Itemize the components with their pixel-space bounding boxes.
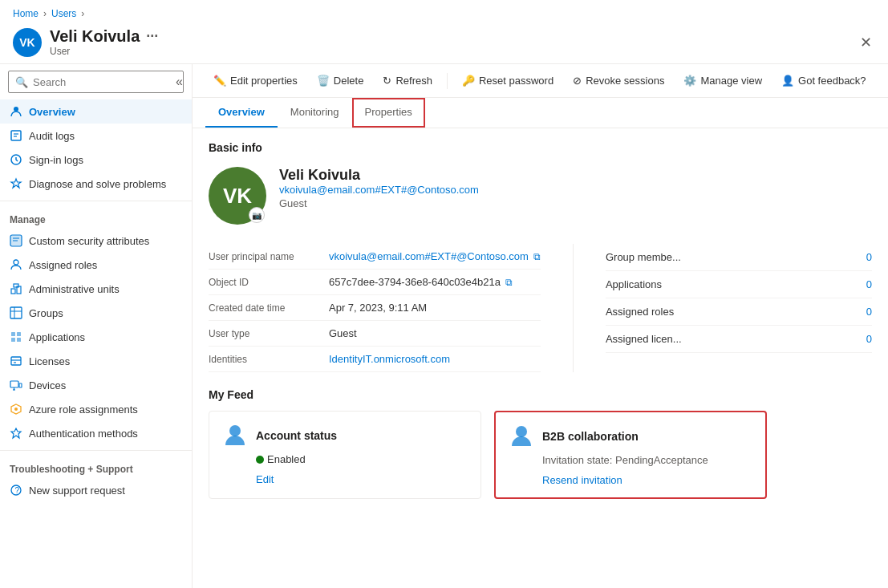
upn-label: User principal name <box>209 251 321 262</box>
upn-link[interactable]: vkoivula@email.com#EXT#@Contoso.com <box>329 250 529 262</box>
apps-stat-value[interactable]: 0 <box>866 278 872 290</box>
sidebar-item-diagnose[interactable]: Diagnose and solve problems <box>0 172 192 196</box>
b2b-subtitle: Invitation state: PendingAcceptance <box>542 454 752 466</box>
collapse-icon[interactable]: « <box>172 75 186 89</box>
tab-monitoring[interactable]: Monitoring <box>278 98 352 128</box>
created-value: Apr 7, 2023, 9:11 AM <box>329 302 427 314</box>
upn-row: User principal name vkoivula@email.com#E… <box>209 244 541 270</box>
delete-icon: 🗑️ <box>317 75 330 87</box>
user-name: Veli Koivula ··· <box>50 27 857 46</box>
licenses-icon <box>10 355 22 367</box>
search-input[interactable] <box>33 76 168 88</box>
licenses-stat-row: Assigned licen... 0 <box>606 326 872 353</box>
groups-icon <box>10 306 22 319</box>
close-button[interactable]: ✕ <box>857 30 875 55</box>
sidebar-item-assigned-roles[interactable]: Assigned roles <box>0 253 192 277</box>
assigned-roles-icon <box>10 258 22 271</box>
sidebar-item-label: Authentication methods <box>29 428 138 440</box>
manage-icon: ⚙️ <box>683 75 696 87</box>
refresh-button[interactable]: ↻ Refresh <box>375 71 440 91</box>
sidebar-item-groups[interactable]: Groups <box>0 301 192 325</box>
b2b-card: B2B collaboration Invitation state: Pend… <box>494 411 767 499</box>
upn-copy-icon[interactable]: ⧉ <box>533 251 541 262</box>
svg-rect-20 <box>11 357 21 365</box>
feedback-button[interactable]: 👤 Got feedback? <box>773 71 874 91</box>
admin-units-icon <box>10 282 22 295</box>
toolbar-separator-1 <box>447 73 448 89</box>
sidebar-item-auth-methods[interactable]: Authentication methods <box>0 421 192 445</box>
group-stat-label: Group membe... <box>606 251 681 263</box>
tab-overview[interactable]: Overview <box>205 98 278 128</box>
account-status-header: Account status <box>222 423 468 448</box>
applications-icon <box>10 330 22 343</box>
revoke-sessions-button[interactable]: ⊘ Revoke sessions <box>565 71 672 91</box>
tabs-container: Overview Monitoring Properties <box>193 98 888 128</box>
svg-point-31 <box>229 425 241 436</box>
sidebar-item-support[interactable]: ? New support request <box>0 478 192 502</box>
reset-password-button[interactable]: 🔑 Reset password <box>454 71 562 91</box>
sidebar-item-applications[interactable]: Applications <box>0 325 192 349</box>
main-content: ✏️ Edit properties 🗑️ Delete ↻ Refresh 🔑… <box>193 64 888 588</box>
breadcrumb-users[interactable]: Users <box>51 8 76 19</box>
account-status-icon <box>222 423 248 448</box>
sidebar-item-label: Devices <box>29 379 66 391</box>
sidebar-divider-2 <box>0 450 192 451</box>
revoke-icon: ⊘ <box>573 75 582 87</box>
created-row: Created date time Apr 7, 2023, 9:11 AM <box>209 295 541 321</box>
tab-properties[interactable]: Properties <box>352 98 425 128</box>
edit-properties-button[interactable]: ✏️ Edit properties <box>205 71 306 91</box>
delete-button[interactable]: 🗑️ Delete <box>309 71 372 91</box>
troubleshoot-section-label: Troubleshooting + Support <box>0 456 192 478</box>
sidebar-item-label: Applications <box>29 331 85 343</box>
resend-invitation-link[interactable]: Resend invitation <box>542 474 752 486</box>
roles-stat-row: Assigned roles 0 <box>606 298 872 326</box>
group-stat-value[interactable]: 0 <box>866 251 872 263</box>
usertype-value: Guest <box>329 327 357 339</box>
svg-rect-23 <box>10 381 18 387</box>
b2b-icon <box>509 424 534 449</box>
sidebar-item-overview[interactable]: Overview <box>0 99 192 124</box>
edit-label: Edit properties <box>230 75 298 87</box>
roles-stat-value[interactable]: 0 <box>866 306 872 318</box>
identities-link[interactable]: IdentityIT.onmicrosoft.com <box>329 353 450 365</box>
account-status-title: Account status <box>256 429 337 442</box>
sidebar-item-audit[interactable]: Audit logs <box>0 124 192 148</box>
sidebar-item-label: Licenses <box>29 355 70 367</box>
svg-rect-10 <box>11 289 15 294</box>
page-header: VK Veli Koivula ··· User ✕ <box>0 24 888 64</box>
account-edit-link[interactable]: Edit <box>256 473 468 485</box>
sidebar-item-admin-units[interactable]: Administrative units <box>0 277 192 301</box>
sidebar-item-custom-security[interactable]: Custom security attributes <box>0 229 192 253</box>
sidebar-item-azure-roles[interactable]: Azure role assignments <box>0 397 192 421</box>
b2b-header: B2B collaboration <box>509 424 752 449</box>
manage-view-button[interactable]: ⚙️ Manage view <box>675 71 770 91</box>
sidebar-item-devices[interactable]: Devices <box>0 373 192 397</box>
sidebar-item-label: New support request <box>29 485 125 497</box>
profile-email[interactable]: vkoivula@email.com#EXT#@Contoso.com <box>279 184 479 196</box>
diagnose-icon <box>10 177 22 190</box>
avatar-camera-button[interactable]: 📷 <box>249 207 265 223</box>
licenses-stat-value[interactable]: 0 <box>866 333 872 345</box>
my-feed-title: My Feed <box>209 388 872 401</box>
profile-info: Veli Koivula vkoivula@email.com#EXT#@Con… <box>279 167 479 209</box>
breadcrumb-home[interactable]: Home <box>13 8 39 19</box>
header-dots[interactable]: ··· <box>146 28 158 45</box>
svg-rect-16 <box>11 332 15 336</box>
account-status-card: Account status Enabled Edit <box>209 411 481 499</box>
svg-point-9 <box>14 260 18 265</box>
sidebar-item-label: Assigned roles <box>29 259 97 271</box>
sidebar-item-label: Administrative units <box>29 283 120 295</box>
svg-rect-13 <box>10 307 22 318</box>
svg-rect-19 <box>17 338 21 342</box>
profile-name: Veli Koivula <box>279 167 479 184</box>
sidebar-item-signin[interactable]: Sign-in logs <box>0 148 192 172</box>
sidebar-item-label: Custom security attributes <box>29 235 149 247</box>
identities-value: IdentityIT.onmicrosoft.com <box>329 353 450 365</box>
upn-value: vkoivula@email.com#EXT#@Contoso.com ⧉ <box>329 250 541 262</box>
sidebar-item-label: Sign-in logs <box>29 154 83 166</box>
oid-copy-icon[interactable]: ⧉ <box>505 277 513 288</box>
sidebar-item-licenses[interactable]: Licenses <box>0 349 192 373</box>
breadcrumb: Home › Users › <box>0 0 888 24</box>
sidebar-item-label: Overview <box>29 106 75 118</box>
svg-rect-18 <box>11 338 15 342</box>
